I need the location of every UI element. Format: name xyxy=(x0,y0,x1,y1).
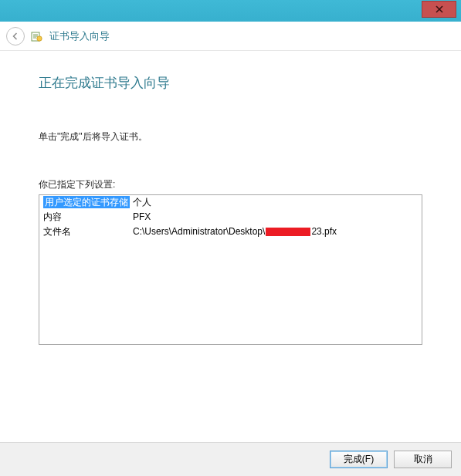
close-button[interactable] xyxy=(422,1,456,18)
setting-label: 文件名 xyxy=(42,224,133,239)
setting-value: C:\Users\Administrator\Desktop\23.pfx xyxy=(133,224,419,239)
certificate-wizard-icon xyxy=(31,30,43,42)
title-bar xyxy=(0,0,461,22)
back-button[interactable] xyxy=(6,27,25,46)
settings-row[interactable]: 内容 PFX xyxy=(39,210,422,224)
wizard-content: 正在完成证书导入向导 单击"完成"后将导入证书。 你已指定下列设置: 用户选定的… xyxy=(0,51,461,353)
settings-listbox[interactable]: 用户选定的证书存储 个人 内容 PFX 文件名 C:\Users\Adminis… xyxy=(39,194,422,345)
settings-row-selected[interactable]: 用户选定的证书存储 个人 xyxy=(39,195,422,210)
setting-value: PFX xyxy=(133,210,419,224)
settings-label: 你已指定下列设置: xyxy=(39,178,422,191)
page-heading: 正在完成证书导入向导 xyxy=(39,74,422,92)
svg-point-3 xyxy=(37,35,42,40)
close-icon xyxy=(436,5,443,13)
setting-label: 用户选定的证书存储 xyxy=(43,196,130,208)
settings-row[interactable]: 文件名 C:\Users\Administrator\Desktop\23.pf… xyxy=(39,224,422,239)
redacted-segment xyxy=(266,228,310,236)
finish-button[interactable]: 完成(F) xyxy=(330,451,388,468)
wizard-title: 证书导入向导 xyxy=(49,29,110,43)
wizard-header: 证书导入向导 xyxy=(0,22,461,51)
setting-value: 个人 xyxy=(133,195,419,210)
setting-label: 内容 xyxy=(42,210,133,224)
instruction-text: 单击"完成"后将导入证书。 xyxy=(39,130,422,143)
wizard-footer: 完成(F) 取消 xyxy=(0,442,461,476)
cancel-button[interactable]: 取消 xyxy=(394,451,452,468)
arrow-left-icon xyxy=(11,32,20,41)
